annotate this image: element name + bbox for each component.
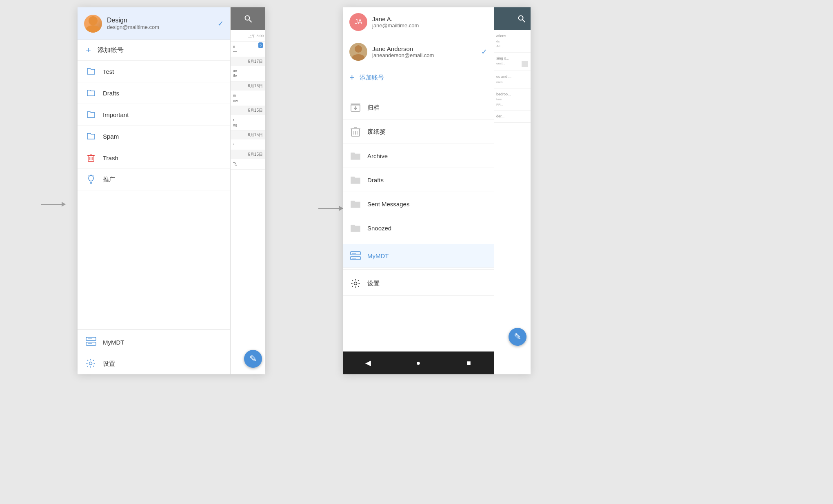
account-header[interactable]: Design design@mailtime.com ✓ <box>78 7 230 40</box>
settings-label: 设置 <box>103 360 115 368</box>
svg-line-18 <box>249 20 251 22</box>
account-name: Design <box>107 17 214 24</box>
sidebar-item-settings[interactable]: 设置 <box>78 353 230 374</box>
right-folder-label-waste: 废纸篓 <box>367 128 386 136</box>
right-folder-label-sent: Sent Messages <box>367 201 409 208</box>
scene: Design design@mailtime.com ✓ + 添加帐号 Test <box>0 0 833 504</box>
right-settings-label: 设置 <box>367 280 380 287</box>
right-arrow-container <box>318 208 343 209</box>
right-add-text: 添加账号 <box>360 74 384 82</box>
right-mymdt-label: MyMDT <box>367 252 389 259</box>
right-folder-label-snoozed: Snoozed <box>367 225 391 232</box>
folder-label-spam: Spam <box>103 133 119 140</box>
folder-label-drafts: Drafts <box>103 90 119 97</box>
svg-point-16 <box>89 362 92 365</box>
right-mail-entry: sing o... uest... <box>494 53 531 71</box>
sidebar-item-drafts[interactable]: Drafts <box>78 82 230 104</box>
svg-line-11 <box>93 176 94 177</box>
nav-recents-button[interactable]: ■ <box>460 355 477 371</box>
settings-icon-right <box>349 277 362 290</box>
right-accounts-section: JA Jane A. jane@mailtime.com Jane Anders… <box>343 7 494 92</box>
archive-icon <box>349 102 362 114</box>
right-account-email-jane-anderson: janeanderson@email.com <box>372 52 478 58</box>
folder-dark-icon-snoozed <box>349 222 362 234</box>
add-account-text: 添加帐号 <box>98 46 124 55</box>
mail-date-header: 6月15日 <box>231 106 265 115</box>
folder-label-trash: Trash <box>103 155 118 161</box>
folder-icon-drafts <box>86 88 96 98</box>
svg-line-10 <box>88 176 89 177</box>
folder-label-test: Test <box>103 68 114 75</box>
right-mail-entry: der... <box>494 111 531 123</box>
mail-entry: n — 5 <box>231 42 265 57</box>
mail-date-header: 6月16日 <box>231 82 265 91</box>
avatar-design <box>84 15 102 33</box>
right-account-jane-a[interactable]: JA Jane A. jane@mailtime.com <box>343 7 494 37</box>
account-email: design@mailtime.com <box>107 24 214 30</box>
bottom-section: MyMDT 设置 <box>78 329 230 374</box>
mail-entry: 飞 <box>231 159 265 170</box>
sidebar-item-trash[interactable]: Trash <box>78 147 230 169</box>
right-folder-archive[interactable]: Archive <box>343 144 494 168</box>
right-add-account-button[interactable]: + 添加账号 <box>343 66 494 88</box>
mail-entry: ni ew <box>231 91 265 106</box>
svg-rect-20 <box>351 103 360 106</box>
folder-dark-icon-sent <box>349 198 362 210</box>
sidebar-item-mymdt[interactable]: MyMDT <box>78 332 230 353</box>
mail-date-header: 6月15日 <box>231 150 265 159</box>
folder-icon-spam <box>86 131 96 141</box>
bottom-nav: ◀ ● ■ <box>343 351 494 374</box>
right-folder-guidan[interactable]: 归档 <box>343 96 494 120</box>
sidebar-item-spam[interactable]: Spam <box>78 126 230 147</box>
right-folder-waste[interactable]: 废纸篓 <box>343 120 494 144</box>
avatar-jane-a: JA <box>349 13 367 31</box>
sidebar-item-test[interactable]: Test <box>78 61 230 82</box>
badge: 5 <box>258 42 263 49</box>
check-icon: ✓ <box>218 19 224 28</box>
svg-line-34 <box>522 20 525 22</box>
right-folder-mymdt[interactable]: MyMDT <box>343 244 494 268</box>
mail-entry: r ng <box>231 115 265 130</box>
right-folder-drafts[interactable]: Drafts <box>343 168 494 192</box>
compose-fab[interactable]: ✎ <box>244 350 262 368</box>
right-folder-snoozed[interactable]: Snoozed <box>343 216 494 240</box>
right-account-jane-anderson[interactable]: Jane Anderson janeanderson@email.com ✓ <box>343 37 494 66</box>
add-account-button[interactable]: + 添加帐号 <box>78 40 230 61</box>
right-account-name-jane-a: Jane A. <box>372 15 487 22</box>
account-info: Design design@mailtime.com <box>107 17 214 30</box>
nav-home-button[interactable]: ● <box>410 355 426 371</box>
svg-point-32 <box>354 282 357 285</box>
mymdt-icon <box>86 337 96 347</box>
sidebar-item-important[interactable]: Important <box>78 104 230 126</box>
trash-box-icon <box>349 126 362 138</box>
folder-icon <box>86 66 96 77</box>
mymdt-icon-right <box>349 250 362 262</box>
nav-back-button[interactable]: ◀ <box>360 355 376 371</box>
right-account-name-jane-anderson: Jane Anderson <box>372 45 478 52</box>
mail-date-header: 6月17日 <box>231 57 265 66</box>
folder-label-promo: 推广 <box>103 176 115 183</box>
check-icon-right: ✓ <box>481 47 487 56</box>
right-folder-sent[interactable]: Sent Messages <box>343 192 494 216</box>
separator-2 <box>343 242 494 242</box>
mail-entry: an ife <box>231 66 265 82</box>
right-folder-label-guidan: 归档 <box>367 104 380 112</box>
right-mail-entries: ations ds Ad... sing o... uest... es and… <box>494 30 531 374</box>
right-mail-header <box>494 7 531 30</box>
mymdt-label: MyMDT <box>103 339 124 346</box>
settings-icon <box>86 358 96 369</box>
left-arrow <box>41 204 65 205</box>
folder-dark-icon-archive <box>349 150 362 162</box>
mail-entries-partial: 上午 8:00 n — 5 6月17日 an ife 6月16日 ni ew 6… <box>231 30 265 374</box>
separator-3 <box>343 270 494 270</box>
right-mail-entry: ations ds Ad... <box>494 30 531 53</box>
sidebar-item-promo[interactable]: 推广 <box>78 169 230 190</box>
right-settings-item[interactable]: 设置 <box>343 272 494 296</box>
mail-date-header: 6月15日 <box>231 130 265 139</box>
right-plus-icon: + <box>349 72 355 83</box>
right-compose-fab[interactable]: ✎ <box>509 328 526 346</box>
folder-icon-important <box>86 109 96 120</box>
left-sidebar: Design design@mailtime.com ✓ + 添加帐号 Test <box>78 7 231 374</box>
right-mail-entry: bedroo... ture FR... <box>494 88 531 111</box>
promo-icon <box>86 174 96 185</box>
